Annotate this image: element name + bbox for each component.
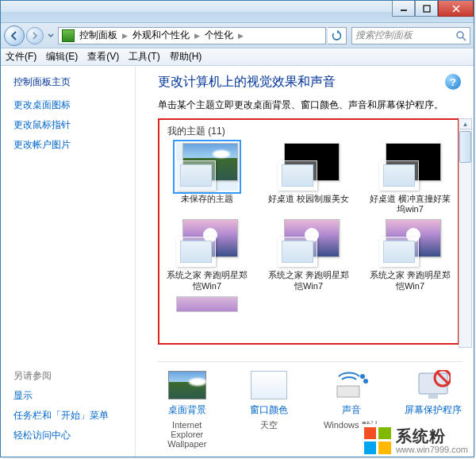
navigation-bar: 控制面板 ▶ 外观和个性化 ▶ 个性化 ▶ 搜索控制面板	[1, 23, 474, 48]
menu-item-view[interactable]: 查看(V)	[87, 50, 119, 64]
watermark: 系统粉 www.win7999.com	[361, 424, 471, 454]
footer-link: 屏幕保护程序	[405, 403, 462, 417]
theme-item[interactable]: 好桌道 校园制服美女	[267, 143, 350, 214]
titlebar	[1, 1, 474, 23]
theme-grid: 未保存的主题 好桌道 校园制服美女 好桌道 横冲直撞好莱坞win7	[166, 143, 458, 312]
maximize-icon	[423, 5, 431, 13]
see-also-link-ease-of-access[interactable]: 轻松访问中心	[13, 429, 129, 442]
footer-link: 声音	[342, 403, 361, 417]
theme-item[interactable]: 好桌道 横冲直撞好莱坞win7	[369, 143, 451, 214]
window: 控制面板 ▶ 外观和个性化 ▶ 个性化 ▶ 搜索控制面板 文件(F) 编辑(E)…	[0, 0, 474, 457]
see-also-header: 另请参阅	[13, 369, 129, 383]
body: 控制面板主页 更改桌面图标 更改鼠标指针 更改帐户图片 另请参阅 显示 任务栏和…	[1, 66, 474, 457]
see-also-link-display[interactable]: 显示	[13, 389, 129, 403]
breadcrumb[interactable]: 个性化	[205, 29, 233, 42]
breadcrumb-separator-icon: ▶	[122, 32, 128, 40]
sound-icon	[332, 370, 370, 400]
theme-item[interactable]: 系统之家 奔跑明星郑恺Win7	[267, 219, 350, 291]
menu-item-edit[interactable]: 编辑(E)	[46, 50, 78, 64]
footer-sub: 天空	[260, 420, 278, 430]
theme-label: 好桌道 横冲直撞好莱坞win7	[369, 194, 451, 214]
theme-label: 系统之家 奔跑明星郑恺Win7	[267, 270, 350, 291]
theme-thumbnail	[278, 219, 340, 267]
theme-thumbnail	[176, 219, 238, 267]
svg-point-4	[360, 374, 365, 379]
wallpaper-icon	[168, 370, 206, 400]
theme-item-partial[interactable]	[166, 296, 248, 312]
search-placeholder: 搜索控制面板	[355, 29, 455, 42]
footer-sub: Internet Explorer Wallpaper	[158, 420, 217, 449]
page-subtitle: 单击某个主题立即更改桌面背景、窗口颜色、声音和屏幕保护程序。	[158, 98, 467, 112]
sidebar-link-mouse-pointers[interactable]: 更改鼠标指针	[13, 118, 129, 132]
footer-item-wallpaper[interactable]: 桌面背景 Internet Explorer Wallpaper	[158, 370, 217, 449]
theme-thumbnail	[379, 143, 441, 191]
themes-panel: 我的主题 (11) 未保存的主题 好桌道 校园制服美女	[158, 118, 459, 345]
chevron-down-icon	[48, 33, 54, 38]
screensaver-icon	[414, 370, 452, 400]
theme-label: 未保存的主题	[181, 194, 233, 214]
theme-item[interactable]: 未保存的主题	[166, 143, 248, 214]
watermark-url: www.win7999.com	[396, 445, 468, 454]
breadcrumb[interactable]: 外观和个性化	[132, 29, 190, 42]
theme-label: 好桌道 校园制服美女	[268, 194, 349, 214]
theme-thumbnail	[278, 143, 340, 191]
sidebar: 控制面板主页 更改桌面图标 更改鼠标指针 更改帐户图片 另请参阅 显示 任务栏和…	[1, 66, 136, 457]
svg-rect-7	[428, 394, 438, 399]
see-also-link-taskbar[interactable]: 任务栏和「开始」菜单	[13, 409, 129, 422]
page-title: 更改计算机上的视觉效果和声音	[158, 74, 467, 91]
menu-item-file[interactable]: 文件(F)	[6, 50, 36, 64]
control-panel-icon	[62, 29, 75, 42]
search-icon	[455, 30, 466, 41]
theme-thumbnail	[176, 143, 238, 191]
minimize-button[interactable]	[392, 1, 415, 17]
arrow-right-icon	[31, 32, 39, 40]
theme-label: 系统之家 奔跑明星郑恺Win7	[166, 270, 248, 291]
window-color-icon	[250, 370, 288, 400]
theme-label: 系统之家 奔跑明星郑恺Win7	[369, 270, 451, 291]
theme-thumbnail	[176, 296, 238, 312]
menu-item-help[interactable]: 帮助(H)	[170, 50, 202, 64]
arrow-left-icon	[10, 31, 19, 40]
svg-point-5	[363, 379, 368, 384]
watermark-logo-icon	[364, 427, 391, 454]
footer-link: 桌面背景	[168, 403, 206, 417]
content-area: ? 更改计算机上的视觉效果和声音 单击某个主题立即更改桌面背景、窗口颜色、声音和…	[136, 66, 474, 457]
sidebar-link-desktop-icons[interactable]: 更改桌面图标	[13, 98, 129, 112]
footer-link: 窗口颜色	[250, 403, 288, 417]
sidebar-home-link[interactable]: 控制面板主页	[13, 75, 129, 89]
question-icon: ?	[450, 76, 456, 88]
refresh-button[interactable]	[328, 27, 347, 44]
menu-bar: 文件(F) 编辑(E) 查看(V) 工具(T) 帮助(H)	[1, 48, 474, 66]
theme-thumbnail	[379, 219, 441, 267]
search-input[interactable]: 搜索控制面板	[351, 27, 470, 44]
footer-item-window-color[interactable]: 窗口颜色 天空	[240, 370, 299, 449]
minimize-icon	[400, 5, 408, 13]
svg-rect-1	[424, 6, 430, 12]
close-icon	[451, 5, 461, 13]
back-button[interactable]	[4, 25, 25, 46]
svg-rect-3	[337, 386, 359, 397]
help-button[interactable]: ?	[445, 74, 461, 90]
menu-item-tools[interactable]: 工具(T)	[129, 50, 159, 64]
theme-item[interactable]: 系统之家 奔跑明星郑恺Win7	[166, 219, 248, 291]
sidebar-link-account-picture[interactable]: 更改帐户图片	[13, 138, 129, 152]
theme-item[interactable]: 系统之家 奔跑明星郑恺Win7	[369, 219, 451, 291]
svg-point-2	[457, 32, 463, 38]
breadcrumb-separator-icon: ▶	[238, 32, 244, 40]
breadcrumb-separator-icon: ▶	[194, 32, 200, 40]
scrollbar-thumb[interactable]	[459, 131, 471, 163]
see-also-section: 另请参阅 显示 任务栏和「开始」菜单 轻松访问中心	[13, 369, 129, 449]
address-bar[interactable]: 控制面板 ▶ 外观和个性化 ▶ 个性化 ▶	[58, 27, 326, 44]
breadcrumb[interactable]: 控制面板	[79, 29, 117, 42]
refresh-icon	[332, 30, 343, 41]
maximize-button[interactable]	[415, 1, 438, 17]
watermark-text: 系统粉	[396, 427, 468, 445]
history-dropdown[interactable]	[45, 25, 56, 46]
svg-rect-6	[419, 373, 447, 394]
svg-rect-0	[401, 10, 407, 11]
close-button[interactable]	[438, 1, 474, 17]
forward-button[interactable]	[26, 27, 44, 44]
themes-section-label: 我的主题 (11)	[167, 125, 458, 138]
scroll-up-button[interactable]: ▲	[459, 118, 472, 129]
